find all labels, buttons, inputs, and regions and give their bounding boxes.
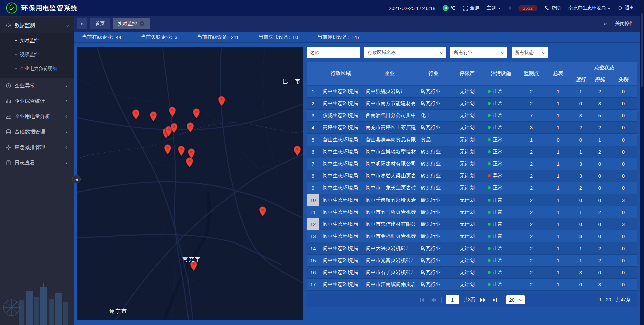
table-scroll-area[interactable]: 行政区域 企业 行业 停限产 治污设施 监测点 总表 点位状态 [307,62,637,293]
cell-stopped: 2 [590,242,610,254]
table-row[interactable]: 11阆中生态环境局阆中市五马桥页岩机砖砖瓦行业无计划正常21120 [307,206,637,218]
sidebar-subitem-1[interactable]: 视频监控 [0,48,74,62]
emergency-icon [5,144,11,150]
sidebar-item-4[interactable]: 基础数据管理 [0,124,74,140]
cell-meters: 1 [545,170,572,182]
page-first-button[interactable] [419,296,426,303]
logout-button[interactable]: 退出 [618,5,634,11]
map-pin[interactable] [132,109,140,120]
table-row[interactable]: 5营山生态环境局营山县润丰肉食品有限食品无计划正常10010 [307,133,637,146]
table-row[interactable]: 15阆中生态环境局阆中市光富页岩机砖厂砖瓦行业无计划正常21120 [307,254,637,266]
region-filter-select[interactable]: 行政区域名称 [364,47,446,58]
cell-offline: 0 [610,266,637,278]
sidebar-item-6[interactable]: 日志查看 [0,155,74,170]
cell-company: 阆中强锐页岩砖厂 [362,85,417,97]
cell-stopped: 2 [590,254,610,266]
page-number-input[interactable] [446,295,459,304]
tabs-scroll-left-button[interactable]: « [77,18,87,29]
sidebar-item-2[interactable]: 企业综合统计 [0,93,74,109]
table-row[interactable]: 6阆中生态环境局阆中市金博瑞新型墙材砖瓦行业无计划正常21120 [307,146,637,158]
sidebar-item-1[interactable]: 企业异常 [0,78,74,93]
map-pin[interactable] [186,157,193,168]
map-pin[interactable] [193,108,200,119]
table-row[interactable]: 9阆中生态环境局阆中市二龙长宝页岩砖砖瓦行业无计划正常21200 [307,182,637,194]
map-pin[interactable] [170,123,178,133]
cell-production: 无计划 [450,158,484,170]
map-pin[interactable] [169,107,176,117]
table-row[interactable]: 17阆中生态环境局阆中市江南镇阆南页岩砖瓦行业无计划正常21030 [307,278,637,290]
chevron-down-icon [440,50,443,54]
cell-running: 0 [572,278,590,290]
table-row[interactable]: 10阆中生态环境局阆中千佛镇五郎垭页岩砖瓦行业无计划正常21003 [307,194,637,206]
cell-region: 阆中生态环境局 [319,85,362,97]
cell-region: 阆中生态环境局 [319,194,362,206]
map-pin[interactable] [218,96,225,106]
status-filter-select[interactable]: 所有状态 [512,47,548,58]
cell-running: 1 [572,206,590,218]
table-row[interactable]: 14阆中生态环境局阆中大兴页岩机砖厂砖瓦行业无计划正常21120 [307,242,637,254]
sidebar-item-3[interactable]: 企业用电量分析 [0,109,74,124]
alarm-count-badge[interactable]: 2632 [518,5,537,11]
divider [502,297,502,303]
map-collapse-handle[interactable]: ◀ [72,175,81,184]
cell-meters: 1 [545,109,572,121]
page-prev-button[interactable] [430,296,437,303]
table-row[interactable]: 16阆中生态环境局阆中市石子页岩机砖厂砖瓦行业无计划正常21300 [307,266,637,278]
cell-industry: 砖瓦行业 [417,254,450,266]
page-next-button[interactable] [479,296,487,303]
page-last-button[interactable] [491,296,498,303]
ticker-collapse-button[interactable] [508,6,511,10]
theme-dropdown[interactable]: 主题 [487,5,501,11]
map-pin[interactable] [186,122,194,133]
tabs-scroll-right-button[interactable]: » [600,18,610,29]
stat-item: 当前停机设备:147 [317,34,360,40]
map-pin[interactable] [164,144,171,155]
table-row[interactable]: 2阆中生态环境局阆中市南方节能建材有砖瓦行业无计划正常21030 [307,97,637,109]
database-icon [5,129,11,135]
cell-offline: 0 [610,242,637,254]
cell-offline: 0 [610,133,637,146]
close-actions-button[interactable]: 关闭操作 [615,21,634,27]
tab-realtime-monitoring[interactable]: 实时监控 ✕ [113,18,150,29]
table-row[interactable]: 13阆中生态环境局阆中市金福旺页岩机砖砖瓦行业无计划正常21300 [307,230,637,242]
table-row[interactable]: 18南部生态环境局南部县瑞华土陶有限公砖瓦行业无计划正常21030 [307,290,637,293]
cell-stopped: 0 [590,230,610,242]
name-filter-input[interactable] [307,47,360,58]
map-roads [77,47,303,320]
table-row[interactable]: 3仪陇生态环境局西南油气田分公司川中化工无计划正常71350 [307,109,637,121]
cell-facility: 正常 [484,194,518,206]
table-row[interactable]: 7阆中生态环境局阆中明阳建材有限公司砖瓦行业无计划正常21300 [307,158,637,170]
map-pin[interactable] [259,206,266,217]
status-dot-icon [488,90,491,93]
table-row[interactable]: 8阆中生态环境局阆中市枣碧大梁山页岩砖瓦行业无计划异常21300 [307,170,637,182]
scrollbar-thumb[interactable] [641,13,643,87]
page-size-select[interactable]: 20 [506,295,525,304]
sidebar-item-0[interactable]: 数据监测 [0,17,74,33]
sidebar-item-5[interactable]: 应急减排管理 [0,140,74,155]
sidebar-subitem-2[interactable]: 企业电力负荷明细 [0,62,74,76]
cell-facility: 正常 [484,266,518,278]
col-offline: 失联 [610,74,637,85]
table-row[interactable]: 1阆中生态环境局阆中强锐页岩砖厂砖瓦行业无计划正常21120 [307,85,637,97]
status-dot-icon [488,211,491,214]
fullscreen-button[interactable]: 全屏 [463,5,479,11]
map-pin[interactable] [293,146,301,156]
cell-offline: 0 [610,158,637,170]
cell-industry: 砖瓦行业 [417,158,450,170]
scrollbar[interactable] [640,0,644,325]
map-pin[interactable] [187,148,195,159]
industry-filter-select[interactable]: 所有行业 [450,47,507,58]
tab-close-icon[interactable]: ✕ [140,21,144,26]
org-dropdown[interactable]: 南充市生态环境局 [568,5,610,11]
map-pin[interactable] [178,146,185,156]
table-row[interactable]: 4高坪生态环境局南充市高坪区王家店建砖瓦行业无计划正常31220 [307,121,637,133]
tab-home[interactable]: 首页 [90,18,110,29]
chevron-down-icon [519,298,522,301]
map-pin[interactable] [150,111,157,122]
analysis-icon [5,113,11,119]
help-button[interactable]: 帮助 [545,5,561,11]
cell-region: 南部生态环境局 [319,290,362,293]
sidebar-subitem-0[interactable]: 实时监控 [0,34,74,48]
map-panel[interactable]: 巴中市南充市遂宁市 [77,47,303,320]
table-row[interactable]: 12阆中生态环境局阆中市忠信建材有限公砖瓦行业无计划正常21003 [307,218,637,230]
